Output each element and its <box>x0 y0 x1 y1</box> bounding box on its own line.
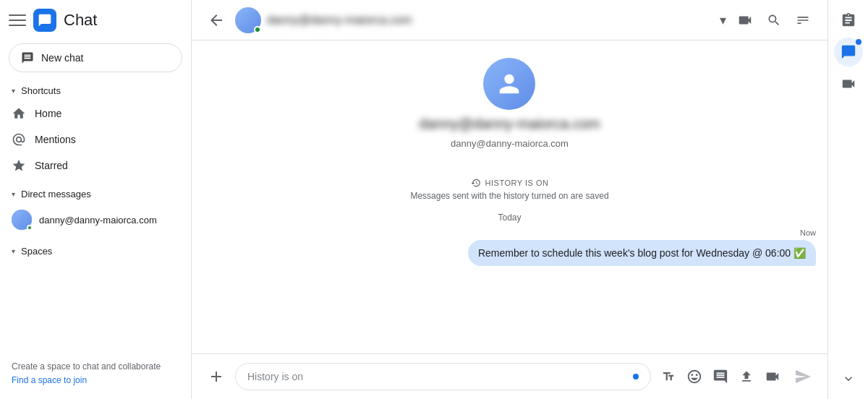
contact-header-avatar <box>235 7 261 33</box>
emoji-button[interactable] <box>683 365 706 388</box>
contact-large-name: danny@danny-maiorca.com <box>419 116 600 132</box>
sidebar-item-home[interactable]: Home <box>0 100 185 126</box>
today-label: Today <box>498 213 521 223</box>
rail-badge <box>856 39 861 45</box>
history-icon <box>471 178 481 188</box>
message-text: Remember to schedule this week's blog po… <box>478 247 806 259</box>
upload-button[interactable] <box>735 365 758 388</box>
search-in-chat-button[interactable] <box>761 7 787 33</box>
dm-contact-name: danny@danny-maiorca.com <box>39 215 157 226</box>
shortcuts-section: ▾ Shortcuts Home Mentions Starred <box>0 78 191 181</box>
sidebar-item-mentions[interactable]: Mentions <box>0 126 185 153</box>
direct-messages-section: ▾ Direct messages danny@danny-maiorca.co… <box>0 181 191 239</box>
shortcuts-header[interactable]: ▾ Shortcuts <box>0 81 191 100</box>
sidebar-header: Chat <box>0 0 191 40</box>
history-subtitle: Messages sent with the history turned on… <box>410 191 608 201</box>
input-placeholder: History is on <box>247 371 627 382</box>
message-area: Now Remember to schedule this week's blo… <box>203 228 816 266</box>
message-bubble: Remember to schedule this week's blog po… <box>468 240 816 266</box>
contact-large-avatar <box>483 58 535 110</box>
home-label: Home <box>35 108 61 119</box>
history-label: HISTORY IS ON <box>485 179 549 187</box>
rail-item-meet[interactable] <box>834 69 863 98</box>
contact-email: danny@danny-maiorca.com <box>451 138 569 149</box>
avatar-person-icon <box>495 69 524 98</box>
star-icon <box>12 158 26 173</box>
rail-item-tasks[interactable] <box>834 6 863 35</box>
sidebar-item-starred[interactable]: Starred <box>0 153 185 179</box>
send-button[interactable] <box>790 364 816 390</box>
shortcuts-label: Shortcuts <box>21 85 61 96</box>
new-chat-icon <box>21 51 34 64</box>
mentions-icon <box>12 132 26 147</box>
direct-messages-header[interactable]: ▾ Direct messages <box>0 184 191 204</box>
sidebar: Chat New chat ▾ Shortcuts Home Mentions <box>0 0 192 399</box>
toggle-sidebar-button[interactable] <box>790 7 816 33</box>
dm-avatar-danny <box>12 210 32 230</box>
starred-label: Starred <box>35 160 68 171</box>
format-button[interactable] <box>657 365 680 388</box>
dm-item-danny[interactable]: danny@danny-maiorca.com <box>0 204 185 236</box>
contact-card: danny@danny-maiorca.com danny@danny-maio… <box>419 58 600 149</box>
chat-logo <box>33 9 56 32</box>
menu-icon[interactable] <box>9 12 26 29</box>
input-actions <box>657 365 784 388</box>
back-button[interactable] <box>203 7 229 33</box>
video-call-button[interactable] <box>732 7 758 33</box>
spaces-footer: Create a space to chat and collaborate F… <box>0 348 191 399</box>
new-chat-button[interactable]: New chat <box>9 43 182 72</box>
spaces-section: ▾ Spaces <box>0 239 191 264</box>
spaces-collapse-icon: ▾ <box>12 247 15 255</box>
new-chat-label: New chat <box>41 52 83 64</box>
dm-collapse-icon: ▾ <box>12 190 15 198</box>
message-timestamp: Now <box>800 228 816 237</box>
mentions-label: Mentions <box>35 134 76 145</box>
find-space-link[interactable]: Find a space to join <box>12 375 87 385</box>
meet-button[interactable] <box>761 365 784 388</box>
rail-expand-button[interactable] <box>834 364 863 393</box>
online-dot <box>27 225 33 231</box>
app-title: Chat <box>64 11 97 30</box>
chat-logo-svg <box>38 13 52 27</box>
spaces-footer-text: Create a space to chat and collaborate <box>12 361 161 372</box>
home-icon <box>12 106 26 121</box>
spaces-label: Spaces <box>21 246 52 257</box>
sticker-button[interactable] <box>709 365 732 388</box>
shortcuts-collapse-icon: ▾ <box>12 87 15 95</box>
chat-body: danny@danny-maiorca.com danny@danny-maio… <box>192 40 827 353</box>
rail-item-chat[interactable] <box>834 38 863 66</box>
message-input-box[interactable]: History is on <box>235 363 651 390</box>
chat-input-area: History is on <box>192 353 827 399</box>
main-chat: danny@danny-maiorca.com ▾ danny@danny-ma… <box>192 0 827 399</box>
history-badge: HISTORY IS ON <box>471 178 549 188</box>
history-on-dot <box>633 374 639 379</box>
contact-online-dot <box>254 26 261 33</box>
add-button[interactable] <box>203 364 229 390</box>
header-actions <box>732 7 816 33</box>
spaces-header[interactable]: ▾ Spaces <box>0 241 191 261</box>
expand-contact-icon[interactable]: ▾ <box>720 12 726 28</box>
right-rail <box>827 0 868 399</box>
contact-header-name: danny@danny-maiorca.com <box>267 14 714 27</box>
chat-header: danny@danny-maiorca.com ▾ <box>192 0 827 40</box>
direct-messages-label: Direct messages <box>21 189 91 200</box>
